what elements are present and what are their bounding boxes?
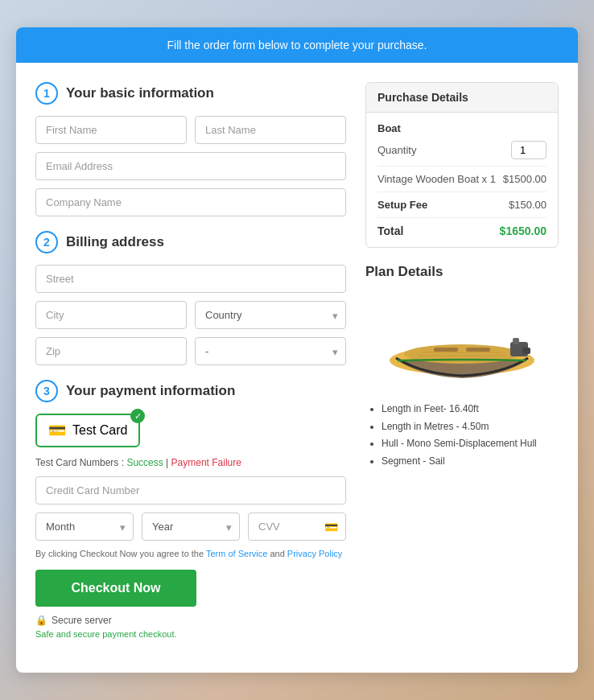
zip-state-row: -	[35, 337, 346, 365]
checkout-card: Fill the order form below to complete yo…	[16, 27, 578, 673]
secure-note: 🔒 Secure server	[35, 615, 346, 626]
billing-label: Billing address	[66, 234, 164, 250]
last-name-field	[195, 116, 346, 144]
item-label: Vintage Wooden Boat x 1	[377, 173, 496, 185]
month-year-cvv-row: Month Year 💳	[35, 513, 346, 541]
privacy-link[interactable]: Privacy Policy	[287, 549, 342, 558]
plan-bullet: Hull - Mono Semi-Displacement Hull	[382, 435, 559, 453]
year-select[interactable]: Year	[142, 513, 240, 541]
basic-info-label: Your basic information	[66, 85, 214, 101]
purchase-header: Purchase Details	[366, 83, 558, 113]
check-badge: ✓	[130, 409, 145, 423]
payment-section: 3 Your payment information 💳 Test Card ✓…	[35, 380, 346, 639]
left-column: 1 Your basic information	[35, 82, 346, 653]
secure-label: Secure server	[52, 615, 112, 626]
setup-price: $150.00	[509, 199, 547, 211]
section-num-1: 1	[35, 82, 58, 105]
banner-text: Fill the order form below to complete yo…	[167, 39, 427, 51]
zip-input[interactable]	[35, 337, 187, 365]
boat-image	[365, 290, 559, 389]
credit-card-icon: 💳	[48, 422, 66, 439]
cvv-field: 💳	[248, 513, 346, 541]
plan-bullets: Length in Feet- 16.40ftLength in Metres …	[365, 401, 559, 470]
quantity-input[interactable]	[511, 141, 547, 159]
svg-rect-5	[522, 348, 530, 354]
street-field	[35, 265, 346, 293]
svg-rect-8	[466, 348, 490, 352]
terms-text: By clicking Checkout Now you agree to th…	[35, 549, 346, 558]
company-row	[35, 188, 346, 216]
purchase-body: Boat Quantity Vintage Wooden Boat x 1 $1…	[366, 113, 558, 247]
cc-row	[35, 476, 346, 504]
city-country-row: Country	[35, 301, 346, 329]
item-row: Vintage Wooden Boat x 1 $1500.00	[377, 173, 547, 185]
svg-rect-6	[513, 338, 519, 344]
cc-field	[35, 476, 346, 504]
payment-label: Your payment information	[66, 383, 235, 399]
quantity-label: Quantity	[377, 144, 416, 156]
svg-rect-7	[434, 348, 458, 352]
payment-title: 3 Your payment information	[35, 380, 346, 402]
billing-title: 2 Billing address	[35, 231, 346, 253]
quantity-row: Quantity	[377, 141, 547, 159]
total-price: $1650.00	[500, 224, 547, 237]
company-input[interactable]	[35, 188, 346, 216]
email-input[interactable]	[35, 152, 346, 180]
country-select[interactable]: Country	[195, 301, 346, 329]
banner: Fill the order form below to complete yo…	[16, 27, 578, 63]
plan-details-title: Plan Details	[365, 264, 559, 280]
lock-icon: 🔒	[35, 615, 47, 626]
street-input[interactable]	[35, 265, 346, 293]
first-name-field	[35, 116, 187, 144]
right-column: Purchase Details Boat Quantity Vintage W…	[365, 82, 559, 653]
plan-bullet: Length in Metres - 4.50m	[382, 418, 559, 436]
card-option[interactable]: 💳 Test Card ✓	[35, 414, 140, 447]
email-field	[35, 152, 346, 180]
last-name-input[interactable]	[195, 116, 346, 144]
first-name-input[interactable]	[35, 116, 187, 144]
pipe-separator: |	[166, 457, 168, 468]
city-field	[35, 301, 187, 329]
setup-row: Setup Fee $150.00	[377, 199, 547, 211]
section-num-2: 2	[35, 231, 58, 253]
test-card-label: Test Card Numbers :	[35, 457, 124, 468]
total-label: Total	[377, 224, 403, 237]
total-row: Total $1650.00	[377, 224, 547, 237]
plan-bullet: Length in Feet- 16.40ft	[382, 401, 559, 418]
terms-and: and	[267, 549, 287, 558]
basic-info-title: 1 Your basic information	[35, 82, 346, 105]
street-row	[35, 265, 346, 293]
boat-section-title: Boat	[377, 122, 547, 134]
month-field: Month	[35, 513, 134, 541]
card-option-label: Test Card	[72, 423, 127, 438]
name-row	[35, 116, 346, 144]
year-field: Year	[142, 513, 240, 541]
state-select[interactable]: -	[195, 337, 346, 365]
checkout-button[interactable]: Checkout Now	[35, 570, 196, 607]
basic-info-section: 1 Your basic information	[35, 82, 346, 216]
success-link[interactable]: Success	[126, 457, 163, 468]
month-select[interactable]: Month	[35, 513, 134, 541]
cc-input[interactable]	[35, 476, 346, 504]
billing-section: 2 Billing address Country	[35, 231, 346, 365]
item-price: $1500.00	[503, 173, 547, 185]
cvv-icon: 💳	[324, 521, 338, 533]
company-field	[35, 188, 346, 216]
zip-field	[35, 337, 187, 365]
section-num-3: 3	[35, 380, 58, 402]
setup-label: Setup Fee	[377, 199, 427, 211]
email-row	[35, 152, 346, 180]
terms-pre: By clicking Checkout Now you agree to th…	[35, 549, 206, 558]
plan-bullet: Segment - Sail	[382, 453, 559, 471]
boat-svg	[365, 290, 559, 386]
failure-link[interactable]: Payment Failure	[171, 457, 241, 468]
purchase-box: Purchase Details Boat Quantity Vintage W…	[365, 82, 559, 248]
country-field: Country	[195, 301, 346, 329]
safe-label: Safe and secure payment checkout.	[35, 629, 346, 639]
state-field: -	[195, 337, 346, 365]
terms-link[interactable]: Term of Service	[206, 549, 267, 558]
city-input[interactable]	[35, 301, 187, 329]
test-card-info: Test Card Numbers : Success | Payment Fa…	[35, 457, 346, 468]
